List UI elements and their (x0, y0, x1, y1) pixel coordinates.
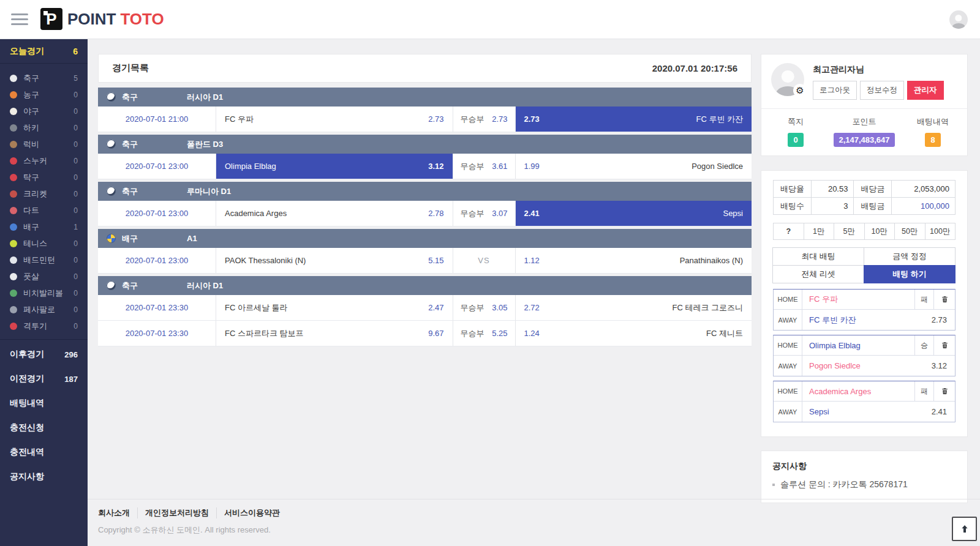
quick-amount-button[interactable]: 1만 (804, 223, 835, 240)
logo-text: POINTTOTO (67, 10, 164, 29)
sidebar-sport-item[interactable]: 탁구 0 (0, 169, 88, 185)
futsal-icon (10, 273, 17, 280)
sidebar-sport-item[interactable]: 축구 5 (0, 70, 88, 86)
sidebar-sport-item[interactable]: 스누커 0 (0, 152, 88, 169)
sidebar-sport-item[interactable]: 다트 0 (0, 202, 88, 219)
sidebar-sport-item[interactable]: 럭비 0 (0, 136, 88, 152)
bet-entry-list: HOME FC 우파 패 AWAY FC 루빈 카잔 2.73 HOME Oli… (773, 289, 956, 422)
sidebar-sport-item[interactable]: 농구 0 (0, 86, 88, 103)
away-odds-cell[interactable]: 1.12 Panathinaikos (N) (516, 248, 752, 273)
trash-icon[interactable] (933, 290, 955, 309)
sidebar-menu-item[interactable]: 충전신청 (0, 416, 88, 440)
footer-link[interactable]: 개인정보처리방침 (137, 507, 216, 518)
top-bar: P POINTTOTO (0, 0, 980, 39)
draw-odds-cell[interactable]: 무승부 3.07 (453, 201, 516, 226)
logout-button[interactable]: 로그아웃 (813, 81, 857, 100)
scroll-to-top-button[interactable] (952, 517, 977, 541)
sidebar-menu-item[interactable]: 공지사항 (0, 465, 88, 489)
home-label: HOME (774, 381, 802, 401)
edit-info-button[interactable]: 정보수정 (860, 81, 904, 100)
sidebar-menu-item[interactable]: 이전경기 187 (0, 367, 88, 391)
home-odds-cell[interactable]: Olimpia Elblag 3.12 (216, 154, 453, 179)
user-avatar-icon[interactable] (949, 10, 968, 29)
sidebar-sport-item[interactable]: 격투기 0 (0, 318, 88, 334)
sidebar-menu-item[interactable]: 이후경기 296 (0, 342, 88, 367)
sport-count: 0 (74, 91, 78, 99)
sidebar-sport-item[interactable]: 테니스 0 (0, 235, 88, 252)
user-stat[interactable]: 포인트 2,147,483,647 (830, 116, 899, 147)
reset-all-button[interactable]: 전체 리셋 (772, 265, 864, 283)
sport-count: 0 (74, 305, 78, 314)
darts-icon (10, 207, 17, 214)
away-odds-cell[interactable]: 2.73 FC 루빈 카잔 (516, 107, 752, 132)
sidebar-item-today-games[interactable]: 오늘경기 6 (0, 39, 88, 64)
home-odds-cell[interactable]: FC 아르세날 툴라 2.47 (216, 295, 453, 320)
trash-icon[interactable] (933, 381, 955, 401)
place-bet-button[interactable]: 배팅 하기 (864, 265, 956, 283)
home-odds-cell[interactable]: FC 우파 2.73 (216, 107, 453, 132)
match-row: 2020-07-01 23:00 Academica Arges 2.78 무승… (98, 201, 752, 226)
sidebar-sport-item[interactable]: 배드민턴 0 (0, 252, 88, 268)
user-stat[interactable]: 배팅내역 8 (899, 116, 967, 147)
footer-link[interactable]: 회사소개 (98, 507, 137, 518)
draw-odds-cell[interactable]: 무승부 3.05 (453, 295, 516, 320)
sidebar-menu-item[interactable]: 충전내역 (0, 440, 88, 465)
sidebar-sport-item[interactable]: 크리켓 0 (0, 185, 88, 202)
league-header: 축구 폴란드 D3 (98, 135, 752, 154)
sidebar-sport-item[interactable]: 야구 0 (0, 103, 88, 119)
user-stat[interactable]: 쪽지 0 (761, 116, 830, 147)
league-name: 폴란드 D3 (187, 139, 223, 150)
site-logo[interactable]: P POINTTOTO (40, 8, 164, 30)
quick-amount-button[interactable]: 50만 (895, 223, 925, 240)
sidebar-menu-list: 이후경기 296 이전경기 187 배팅내역 충전신청 충전내역 공지사항 (0, 340, 88, 489)
quick-amount-button[interactable]: 10만 (865, 223, 895, 240)
away-team-name: Pogon Siedlce (692, 162, 743, 171)
sidebar-sport-item[interactable]: 배구 1 (0, 219, 88, 235)
home-odds-cell[interactable]: Academica Arges 2.78 (216, 201, 453, 226)
footer-link[interactable]: 서비스이용약관 (216, 507, 287, 518)
bet-count-label: 배팅수 (774, 198, 812, 215)
draw-odds-cell[interactable]: 무승부 3.61 (453, 154, 516, 179)
away-odds-cell[interactable]: 1.24 FC 제니트 (516, 321, 752, 346)
notice-item[interactable]: 솔루션 문의 : 카카오톡 25678171 (772, 479, 956, 490)
bet-action-buttons: 최대 배팅 금액 정정 전체 리셋 배팅 하기 (773, 248, 956, 283)
hamburger-menu-icon[interactable] (11, 13, 28, 26)
quick-amount-button[interactable]: 5만 (834, 223, 865, 240)
home-odds-cell[interactable]: FC 스파르타크 탐보프 9.67 (216, 321, 453, 346)
max-bet-button[interactable]: 최대 배팅 (772, 247, 864, 266)
sidebar-sport-item[interactable]: 페사팔로 0 (0, 301, 88, 318)
league-name: 러시아 D1 (187, 92, 223, 103)
trash-icon[interactable] (933, 335, 955, 355)
home-odds-cell[interactable]: PAOK Thessaloniki (N) 5.15 (216, 248, 453, 273)
quick-amount-button[interactable]: ? (773, 223, 804, 240)
home-odds-value: 5.15 (428, 256, 443, 265)
admin-button[interactable]: 관리자 (907, 81, 944, 100)
league-sport-icon (107, 187, 116, 196)
edit-amount-button[interactable]: 금액 정정 (864, 247, 956, 266)
draw-odds-value: 3.07 (492, 209, 507, 218)
rugby-icon (10, 141, 17, 148)
sidebar-menu-item[interactable]: 배팅내역 (0, 391, 88, 416)
away-odds-cell[interactable]: 2.41 Sepsi (516, 201, 752, 226)
away-odds-cell[interactable]: 1.99 Pogon Siedlce (516, 154, 752, 179)
draw-odds-value: 2.73 (492, 114, 507, 124)
match-row: 2020-07-01 23:30 FC 스파르타크 탐보프 9.67 무승부 5… (98, 321, 752, 346)
sidebar-sport-item[interactable]: 비치발리볼 0 (0, 285, 88, 301)
away-odds-value: 1.12 (524, 256, 540, 265)
quick-amount-button[interactable]: 100만 (925, 223, 956, 240)
home-team-name: PAOK Thessaloniki (N) (225, 256, 306, 265)
sidebar-sport-item[interactable]: 풋살 0 (0, 268, 88, 285)
match-time: 2020-07-01 21:00 (98, 107, 216, 132)
draw-odds-cell[interactable]: VS (453, 248, 516, 273)
gear-icon[interactable]: ⚙ (793, 84, 807, 97)
user-name: 최고관리자님 (813, 64, 957, 75)
stat-value-badge: 0 (788, 133, 804, 147)
entry-away-team: FC 루빈 카잔 (802, 310, 914, 330)
app-root: P POINTTOTO 오늘경기 6 축구 5 농구 0 야구 0 하키 0 럭… (0, 0, 980, 546)
baseball-icon (10, 108, 17, 115)
home-odds-value: 2.73 (428, 114, 443, 124)
draw-odds-cell[interactable]: 무승부 2.73 (453, 107, 516, 132)
sidebar-sport-item[interactable]: 하키 0 (0, 119, 88, 136)
draw-odds-cell[interactable]: 무승부 5.25 (453, 321, 516, 346)
away-odds-cell[interactable]: 2.72 FC 테레크 그로즈니 (516, 295, 752, 320)
